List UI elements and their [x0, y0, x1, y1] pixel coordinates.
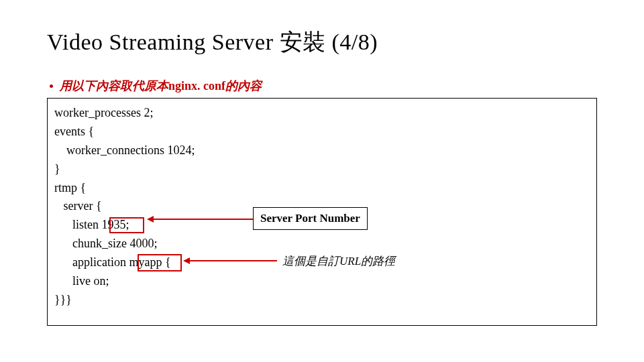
highlight-port-box — [109, 217, 144, 233]
code-box: worker_processes 2; events { worker_conn… — [47, 98, 597, 326]
code-line: live on; — [54, 272, 590, 291]
callout-port-label: Server Port Number — [253, 207, 368, 230]
code-line: }}} — [54, 291, 590, 310]
code-line: events { — [54, 123, 590, 141]
bullet-dot-icon — [50, 84, 53, 88]
code-line: worker_connections 1024; — [54, 141, 590, 160]
code-line: rtmp { — [54, 179, 590, 198]
bullet-prefix: 用以下內容取代原本 — [60, 79, 168, 93]
bullet-item: 用以下內容取代原本nginx. conf的內容 — [47, 78, 597, 94]
bullet-latin: nginx. conf — [168, 79, 225, 93]
slide-title: Video Streaming Server 安裝 (4/8) — [47, 27, 597, 58]
code-line: } — [54, 160, 590, 179]
slide: Video Streaming Server 安裝 (4/8) 用以下內容取代原… — [0, 0, 644, 362]
highlight-app-box — [138, 254, 182, 272]
code-line: worker_processes 2; — [54, 104, 590, 123]
callout-url-label: 這個是自訂URL的路徑 — [276, 251, 402, 272]
bullet-suffix: 的內容 — [225, 79, 262, 93]
bullet-text: 用以下內容取代原本nginx. conf的內容 — [60, 78, 262, 94]
